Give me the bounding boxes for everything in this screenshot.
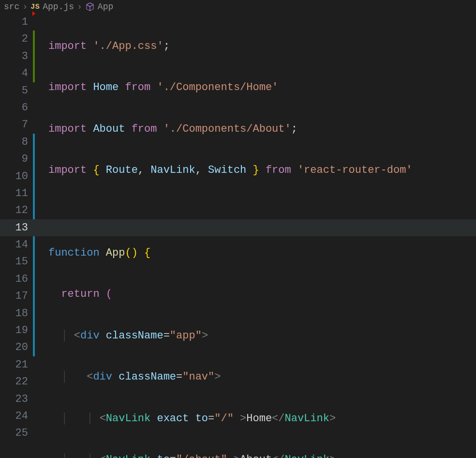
- line-number: 11: [0, 185, 28, 202]
- line-number: 19: [0, 322, 28, 339]
- line-number: 21: [0, 356, 28, 373]
- line-number: 16: [0, 271, 28, 288]
- line-number: 7: [0, 116, 28, 133]
- line-number: 1: [0, 14, 28, 31]
- line-number: 6: [0, 99, 28, 116]
- line-number: 9: [0, 151, 28, 168]
- line-number: 3: [0, 48, 28, 65]
- code-editor[interactable]: 1 2 3 4 5 6 7 8 9 10 11 12 13 14 15 16 1…: [0, 14, 476, 458]
- chevron-right-icon: ›: [22, 2, 28, 12]
- breadcrumb-file[interactable]: App.js: [43, 2, 74, 12]
- code-line[interactable]: import { Route, NavLink, Switch } from '…: [35, 162, 476, 179]
- line-number: 12: [0, 202, 28, 219]
- code-line[interactable]: return (: [35, 286, 476, 303]
- code-line[interactable]: function App() {: [35, 244, 476, 261]
- line-number: 8: [0, 134, 28, 151]
- line-number: 18: [0, 305, 28, 322]
- line-number: 20: [0, 339, 28, 356]
- line-number: 14: [0, 236, 28, 253]
- code-line[interactable]: │ │ <NavLink exact to="/" >Home</NavLink…: [35, 410, 476, 427]
- js-file-icon: JS: [30, 3, 40, 11]
- line-number: 23: [0, 391, 28, 408]
- line-number: 24: [0, 408, 28, 425]
- line-number: 13: [0, 219, 28, 236]
- line-number: 2: [0, 31, 28, 47]
- line-number: 25: [0, 425, 28, 442]
- line-number: 5: [0, 82, 28, 99]
- code-area[interactable]: import './App.css'; import Home from './…: [35, 14, 476, 458]
- breadcrumb[interactable]: src › JS App.js › App: [0, 0, 476, 14]
- line-number: 4: [0, 65, 28, 82]
- code-line[interactable]: │ <div className="app">: [35, 327, 476, 344]
- line-number: 22: [0, 373, 28, 390]
- code-line[interactable]: import Home from './Components/Home': [35, 79, 476, 96]
- breadcrumb-folder[interactable]: src: [4, 2, 19, 12]
- code-line[interactable]: │ │ <NavLink to="/about" >About</NavLink…: [35, 451, 476, 458]
- code-line[interactable]: [35, 203, 476, 220]
- code-line[interactable]: │ <div className="nav">: [35, 368, 476, 385]
- code-line[interactable]: import './App.css';: [35, 38, 476, 55]
- line-number: 15: [0, 253, 28, 270]
- code-line[interactable]: import About from './Components/About';: [35, 121, 476, 137]
- chevron-right-icon: ›: [77, 2, 82, 12]
- line-number: 10: [0, 168, 28, 185]
- line-number: 17: [0, 288, 28, 305]
- breadcrumb-symbol[interactable]: App: [98, 2, 113, 12]
- symbol-method-icon: [85, 2, 95, 12]
